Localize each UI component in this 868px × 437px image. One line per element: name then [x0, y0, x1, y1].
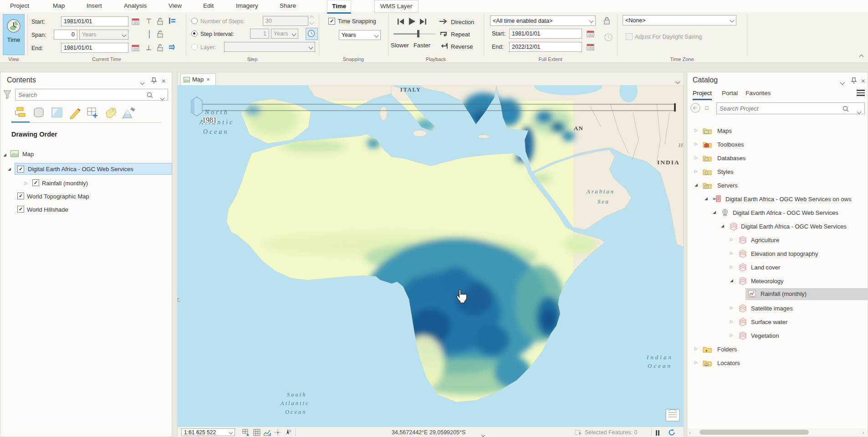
- pause-drawing-button[interactable]: [656, 429, 660, 437]
- snap-step-clock-button[interactable]: [306, 28, 318, 40]
- contents-search[interactable]: [15, 89, 168, 101]
- dea-checkbox[interactable]: ✓: [17, 166, 24, 173]
- play-button[interactable]: [408, 17, 416, 25]
- tree-row-elevation[interactable]: ▷ Elevation and topography: [687, 247, 868, 260]
- tree-row-landcover[interactable]: ▷ Land cover: [687, 261, 868, 274]
- catalog-pin-icon[interactable]: [851, 77, 857, 84]
- new-map-view-icon[interactable]: [242, 429, 250, 436]
- contents-pin-icon[interactable]: [151, 77, 157, 84]
- tab-imagery[interactable]: Imagery: [234, 0, 260, 12]
- tree-row-satellite[interactable]: ▷ Satellite images: [687, 302, 868, 315]
- pin-end-icon[interactable]: ⊥: [146, 44, 152, 52]
- list-by-labeling-icon[interactable]: [103, 106, 118, 120]
- list-by-drawing-order-icon[interactable]: [13, 106, 28, 120]
- end-date-field[interactable]: 1981/01/01: [61, 43, 128, 53]
- time-view-button[interactable]: Time: [3, 14, 25, 55]
- repeat-label[interactable]: Repeat: [451, 31, 470, 38]
- direction-label[interactable]: Direction: [451, 19, 474, 25]
- tree-row-maps[interactable]: ▷ Maps: [687, 124, 868, 137]
- refresh-button[interactable]: [668, 428, 676, 437]
- dea-expander[interactable]: ◢: [8, 167, 11, 171]
- end-calendar-icon[interactable]: [132, 44, 139, 51]
- tree-row-databases[interactable]: ▷ Databases: [687, 152, 868, 164]
- tree-row-locators[interactable]: ▷ Locators: [687, 356, 868, 369]
- hillshade-checkbox[interactable]: ✓: [17, 206, 24, 213]
- snapping-unit-dropdown[interactable]: Years: [339, 30, 381, 40]
- tab-wms-layer[interactable]: WMS Layer: [374, 0, 419, 13]
- repeat-icon[interactable]: [439, 30, 448, 37]
- catalog-search-chevron-icon[interactable]: [858, 107, 861, 115]
- catalog-search-input[interactable]: [717, 103, 840, 114]
- tree-row-toolboxes[interactable]: ▷ Toolboxes: [687, 138, 868, 151]
- step-forward-button[interactable]: [419, 18, 427, 25]
- pin-start-icon[interactable]: ⊤: [146, 17, 152, 25]
- filter-icon[interactable]: [3, 90, 12, 100]
- tree-row-dea-group[interactable]: ◢ Digital Earth Africa - OGC Web Service…: [687, 220, 868, 233]
- layer-world-hillshade[interactable]: World Hillshade: [27, 206, 68, 213]
- span-value-field[interactable]: 0: [54, 30, 77, 40]
- tree-row-servers[interactable]: ◢ Servers: [687, 179, 868, 192]
- list-by-selection-icon[interactable]: [50, 106, 64, 120]
- scale-dropdown[interactable]: 1:61 625 522: [181, 428, 235, 436]
- step-to-start-icon[interactable]: [168, 17, 176, 24]
- tree-row-dea-service[interactable]: ◢ Digital Earth Africa - OGC Web Service…: [687, 206, 868, 219]
- extent-start-field[interactable]: 1981/01/01: [509, 29, 582, 39]
- tree-row-folders[interactable]: ▷ Folders: [687, 343, 868, 356]
- topo-checkbox[interactable]: ✓: [17, 193, 24, 199]
- tree-row-dea-server[interactable]: ◢ Digital Earth Africa - OGC Web Service…: [687, 193, 868, 205]
- tree-row-surfacewater[interactable]: ▷ Surface water: [687, 315, 868, 328]
- catalog-search[interactable]: [716, 102, 865, 114]
- span-unit-dropdown[interactable]: Years: [79, 30, 128, 40]
- contents-search-input[interactable]: [15, 89, 143, 100]
- snap-crosshair-icon[interactable]: [274, 429, 281, 436]
- coordinates-readout[interactable]: 34,5672442°E 29,0599205°S: [392, 429, 465, 436]
- north-arrow-icon[interactable]: N: [284, 428, 291, 436]
- home-icon[interactable]: ⌂: [705, 103, 709, 112]
- lock-end-icon[interactable]: [157, 44, 163, 51]
- lock-start-icon[interactable]: [157, 17, 163, 25]
- coordinates-chevron-icon[interactable]: [482, 430, 485, 437]
- map-tab-close-icon[interactable]: ×: [206, 76, 210, 83]
- catalog-menu-chevron-icon[interactable]: [841, 79, 844, 86]
- rainfall-expander[interactable]: ▷: [25, 181, 28, 185]
- tab-project[interactable]: Project: [8, 0, 31, 12]
- start-calendar-icon[interactable]: [132, 17, 139, 25]
- list-by-imagery-icon[interactable]: [121, 106, 136, 120]
- extent-end-field[interactable]: 2022/12/01: [509, 42, 582, 52]
- tab-map[interactable]: Map: [51, 0, 66, 12]
- overview-map-button[interactable]: [666, 409, 679, 421]
- layer-rainfall[interactable]: Rainfall (monthly): [42, 180, 88, 187]
- tab-time[interactable]: Time: [327, 0, 351, 14]
- map-canvas[interactable]: North Atlantic Ocean 1981 ITALY AN INDIA…: [178, 85, 684, 427]
- step-back-button[interactable]: [397, 18, 405, 25]
- reverse-label[interactable]: Reverse: [451, 43, 473, 50]
- tab-insert[interactable]: Insert: [85, 0, 104, 12]
- search-options-chevron-icon[interactable]: [161, 93, 164, 102]
- tab-list-chevron-icon[interactable]: [676, 77, 679, 85]
- layer-dea-ogc[interactable]: Digital Earth Africa - OGC Web Services: [28, 166, 133, 173]
- slider-handle[interactable]: [191, 97, 202, 116]
- layer-world-topographic[interactable]: World Topographic Map: [27, 193, 89, 200]
- list-by-snapping-icon[interactable]: [85, 106, 100, 120]
- chart-icon[interactable]: [263, 429, 271, 436]
- catalog-close-icon[interactable]: ×: [861, 77, 865, 85]
- search-icon[interactable]: [147, 92, 153, 98]
- tree-row-styles[interactable]: ▷ Styles: [687, 165, 868, 178]
- tree-row-vegetation[interactable]: ▷ Vegetation: [687, 329, 868, 342]
- tree-row-meteorology[interactable]: ◢ Meteorology: [687, 274, 868, 287]
- layer-dropdown[interactable]: [224, 42, 315, 52]
- list-by-editing-icon[interactable]: [68, 106, 82, 120]
- scroll-right-arrow[interactable]: ›: [863, 430, 864, 435]
- contents-menu-chevron-icon[interactable]: [141, 79, 144, 86]
- tab-view[interactable]: View: [167, 0, 184, 12]
- number-of-steps-radio[interactable]: [191, 18, 198, 24]
- step-interval-unit-dropdown[interactable]: Years: [271, 29, 298, 39]
- time-snapping-checkbox[interactable]: ✓: [328, 18, 335, 25]
- start-date-field[interactable]: 1981/01/01: [61, 16, 128, 26]
- steps-spinner[interactable]: [310, 16, 313, 24]
- catalog-search-icon[interactable]: [842, 106, 849, 112]
- tree-row-agriculture[interactable]: ▷ Agriculture: [687, 234, 868, 246]
- lock-extent-icon[interactable]: [603, 16, 610, 25]
- direction-icon[interactable]: [439, 18, 448, 25]
- lock-span-icon[interactable]: [157, 30, 163, 38]
